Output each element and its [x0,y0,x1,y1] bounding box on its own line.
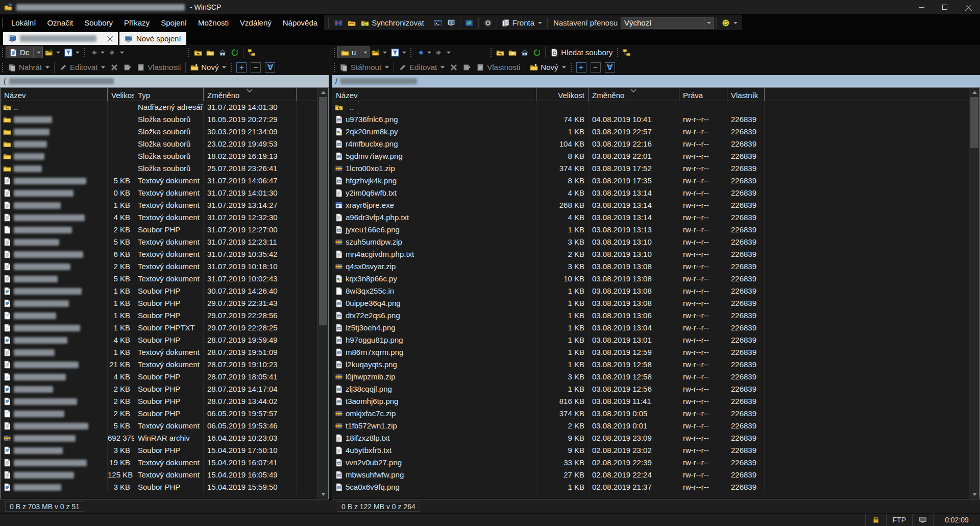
local-file-row[interactable]: 1 KBTextový dokument28.07.2019 19:51:09 [1,346,317,358]
column-header-velikost[interactable]: Velikost [108,88,134,101]
remote-file-row[interactable]: xrayr6jpre.exe268 KB03.08.2019 13:14rw-r… [332,199,969,211]
local-file-row[interactable]: 4 KBSoubor PHP28.07.2019 19:59:49 [1,334,317,346]
remote-unselect-button[interactable]: − [589,61,603,74]
menu-item-soubory[interactable]: Soubory [79,16,118,30]
maximize-button[interactable] [933,0,957,14]
scroll-down-icon[interactable] [969,490,979,499]
remote-scrollbar[interactable] [969,88,979,499]
local-filter-button[interactable] [62,46,82,59]
local-refresh-button[interactable] [229,46,241,59]
local-drive-dropdown[interactable]: Dc [6,46,43,58]
local-file-row[interactable]: 1 KBSoubor PHP29.07.2019 22:31:43 [1,297,317,309]
scroll-thumb[interactable] [319,97,327,325]
local-file-row[interactable]: 5 KBTextový dokument06.05.2019 19:53:46 [1,420,317,432]
local-tree-button[interactable] [246,46,258,59]
local-file-row[interactable]: Složka souborů25.07.2018 23:26:41 [1,162,317,175]
remote-invert-selection-button[interactable]: ∀ [603,61,617,74]
open-terminal-button[interactable] [445,16,458,29]
remote-parent-directory-button[interactable] [494,46,506,59]
menu-item-p-kazy[interactable]: Příkazy [118,16,155,30]
remote-open-directory-button[interactable] [370,46,389,59]
remote-file-row[interactable]: m86rn7xqrm.png1 KB03.08.2019 12:59rw-r--… [332,346,969,358]
remote-filter-button[interactable] [389,46,408,59]
transfer-preset-dropdown[interactable]: Výchozí [621,17,714,29]
close-tab-icon[interactable] [107,36,113,41]
column-header-zm-n-no[interactable]: Změněno [589,88,679,101]
local-delete-button[interactable] [108,61,121,74]
toolbar-grip[interactable] [715,18,718,28]
local-file-row[interactable]: 6 KBTextový dokument31.07.2019 10:35:42 [1,248,317,260]
local-file-row[interactable]: 5 KBTextový dokument31.07.2019 10:02:43 [1,273,317,285]
local-file-row[interactable]: 21 KBTextový dokument28.07.2019 19:10:23 [1,358,317,371]
local-invert-selection-button[interactable]: ∀ [263,61,277,74]
remote-file-row[interactable]: t1fb572wn1.zip2 KB03.08.2019 0:01rw-r--r… [332,420,969,432]
menu-item-mo-nosti[interactable]: Možnosti [192,16,234,30]
upload-button[interactable]: Nahrát [6,61,52,74]
remote-file-row[interactable]: 0uippe36q4.png1 KB03.08.2019 13:08rw-r--… [332,297,969,309]
local-file-row[interactable]: 3 KBSoubor PHP15.04.2019 15:59:50 [1,481,317,493]
local-back-button[interactable] [87,46,107,59]
toolbar-grip[interactable] [570,62,573,73]
remote-file-row[interactable]: .. [332,101,969,113]
remote-home-directory-button[interactable] [519,46,531,59]
column-header-velikost[interactable]: Velikost [536,88,589,101]
remote-file-row[interactable]: lz5tj3oeh4.png1 KB03.08.2019 13:04rw-r--… [332,322,969,334]
remote-file-row[interactable]: 5ca0x6v9fq.png1 KB02.08.2019 21:37rw-r--… [332,481,969,493]
local-file-row[interactable]: 0 KBTextový dokument31.07.2019 14:01:30 [1,187,317,199]
column-header-zm-n-no[interactable]: Změněno [204,88,297,101]
local-new-button[interactable]: Nový [188,61,229,74]
local-file-row[interactable]: 2 KBSoubor PHP31.07.2019 12:27:00 [1,224,317,236]
minimize-button[interactable] [910,0,933,14]
queue-button[interactable]: Fronta [499,16,545,29]
local-file-row[interactable]: 5 KBTextový dokument31.07.2019 12:23:11 [1,236,317,248]
swap-panels-button[interactable] [332,16,345,29]
remote-back-button[interactable] [414,46,433,59]
local-edit-button[interactable]: Editovat [57,61,108,74]
local-root-directory-button[interactable] [204,46,216,59]
local-file-row[interactable]: 1 KBSoubor PHP29.07.2019 22:28:56 [1,309,317,322]
remote-delete-button[interactable] [447,61,460,74]
column-header-vlastn-k[interactable]: Vlastník [727,88,765,101]
remote-file-row[interactable]: l0jhwpzmib.zip3 KB03.08.2019 12:58rw-r--… [332,371,969,383]
local-file-row[interactable]: 692 379 ...WinRAR archiv16.04.2019 10:23… [1,432,317,444]
remote-file-row[interactable]: dtx72e2qs6.png1 KB03.08.2019 13:06rw-r--… [332,309,969,322]
local-file-row[interactable]: Složka souborů23.02.2019 19:49:53 [1,138,317,150]
local-properties-button[interactable]: Vlastnosti [134,61,183,74]
toolbar-grip[interactable] [83,47,86,58]
session-tab[interactable] [3,32,118,45]
local-file-row[interactable]: 5 KBTextový dokument31.07.2019 14:06:47 [1,175,317,187]
local-file-row[interactable]: 19 KBTextový dokument15.04.2019 16:07:41 [1,457,317,469]
toolbar-grip[interactable] [477,18,480,28]
remote-file-row[interactable]: kqx3n8p66c.py10 KB03.08.2019 13:08rw-r--… [332,273,969,285]
local-file-row[interactable]: 4 KBTextový dokument31.07.2019 12:32:30 [1,211,317,224]
local-file-row[interactable]: 1 KBTextový dokument31.07.2019 13:14:27 [1,199,317,211]
menu-item-ozna-it[interactable]: Označit [41,16,79,30]
remote-file-row[interactable]: q4sx0svyar.zip3 KB03.08.2019 13:08rw-r--… [332,260,969,273]
console-indicator[interactable] [912,514,933,526]
menu-item-n-pov-da[interactable]: Nápověda [277,16,323,30]
toolbar-grip[interactable] [2,47,4,58]
column-header-n-zev[interactable]: Název [1,88,108,101]
local-open-directory-button[interactable] [43,46,62,59]
remote-file-row[interactable]: l2kuqayqts.png1 KB03.08.2019 12:58rw-r--… [332,358,969,371]
remote-properties-button[interactable]: Vlastnosti [474,61,523,74]
remote-rename-button[interactable] [460,61,474,74]
scroll-up-icon[interactable] [318,88,328,97]
toolbar-grip[interactable] [333,47,336,58]
local-unselect-button[interactable]: − [249,61,263,74]
local-file-row[interactable]: Složka souborů16.05.2019 20:27:29 [1,113,317,126]
local-select-button[interactable]: + [234,61,249,74]
remote-select-button[interactable]: + [574,61,589,74]
toolbar-grip[interactable] [490,47,493,58]
remote-file-row[interactable]: 18ifzxz8lp.txt9 KB02.08.2019 23:09rw-r--… [332,432,969,444]
remote-file-row[interactable]: 1lcro00xo1.zip374 KB03.08.2019 17:52rw-r… [332,162,969,175]
remote-directory-dropdown[interactable]: u [337,46,370,58]
remote-tree-button[interactable] [621,46,633,59]
find-files-button[interactable]: Hledat soubory [548,46,615,59]
local-home-directory-button[interactable] [216,46,229,59]
new-session-tab[interactable]: Nové spojení [119,32,186,45]
toolbar-grip[interactable] [333,62,336,73]
local-file-row[interactable]: Složka souborů18.02.2019 16:19:13 [1,150,317,162]
encryption-indicator[interactable] [865,514,886,526]
local-file-row[interactable]: 2 KBSoubor PHP28.07.2019 13:44:02 [1,395,317,408]
